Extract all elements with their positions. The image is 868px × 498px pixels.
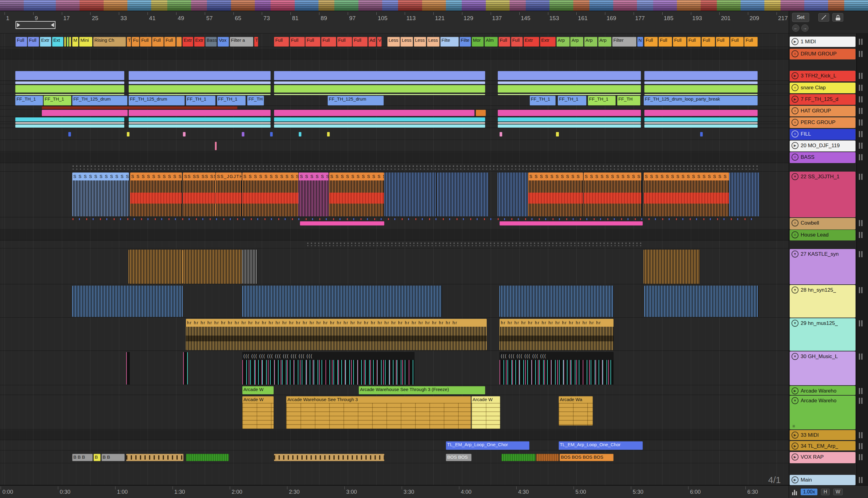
overview-segment[interactable]	[828, 0, 844, 11]
overview-segment[interactable]	[550, 0, 573, 11]
track-fold-icon[interactable]: ≡	[791, 220, 799, 226]
clip-midi1[interactable]: Filte	[460, 37, 471, 47]
clip-ff[interactable]: FF_TH_1	[558, 96, 586, 105]
clip-kick-sub[interactable]	[644, 81, 758, 84]
clip-midi1[interactable]: Full	[152, 37, 163, 47]
clip-midi1[interactable]: M	[72, 37, 79, 47]
clip-midi1[interactable]: Filter a	[230, 37, 253, 47]
clip-midi1[interactable]: Less	[427, 37, 439, 47]
track-fold-icon[interactable]: ▼	[791, 320, 799, 327]
draw-mode-icon[interactable]	[818, 13, 829, 22]
overview-segment[interactable]	[0, 0, 24, 11]
overview-segment[interactable]	[740, 0, 764, 11]
clip-midi1[interactable]: Full	[321, 37, 336, 47]
track-fold-icon[interactable]: ▶	[791, 38, 799, 45]
overview-segment[interactable]	[422, 0, 446, 11]
overview-segment[interactable]	[334, 0, 358, 11]
clip-kick-sub[interactable]	[15, 81, 124, 84]
clip-vox[interactable]	[501, 454, 536, 461]
track-header-cowbell[interactable]: ≡Cowbell	[790, 218, 855, 230]
clip-midi1[interactable]: Less	[400, 37, 413, 47]
overview-segment[interactable]	[780, 0, 804, 11]
overview-segment[interactable]	[573, 0, 589, 11]
clip-fill[interactable]	[270, 132, 273, 136]
unfold-icon[interactable]: ≡	[792, 423, 795, 429]
clip-hnsyn[interactable]	[72, 286, 183, 317]
clip-midi1[interactable]: Full	[164, 37, 175, 47]
clip-ss[interactable]: SS_JGJTH	[216, 172, 242, 217]
clip-perc-a[interactable]	[15, 117, 124, 122]
clip-midi1[interactable]: Filter	[612, 37, 636, 47]
loop-brace[interactable]	[15, 21, 55, 29]
overview-segment[interactable]	[24, 0, 56, 11]
track-header-house-lead[interactable]: ≡House Lead	[790, 230, 855, 240]
clip-midi1[interactable]: Full	[140, 37, 151, 47]
clip-vox[interactable]	[186, 454, 229, 461]
overview-segment[interactable]	[80, 0, 103, 11]
overview-segment[interactable]	[653, 0, 677, 11]
track-header-main[interactable]: ▶Main	[790, 475, 855, 485]
clip-midi1[interactable]: Full	[659, 37, 672, 47]
clip-kastle[interactable]	[644, 250, 700, 284]
clip-ss[interactable]: SS SS SS SS	[183, 172, 215, 217]
clip-arcade[interactable]: Arcade W	[242, 396, 274, 429]
lane-modjf[interactable]	[0, 141, 789, 152]
clip-midi1[interactable]	[176, 37, 182, 47]
clip-hnsyn[interactable]	[500, 286, 614, 317]
clip-perc-a[interactable]	[644, 117, 758, 122]
overview-segment[interactable]	[764, 0, 780, 11]
clip-fill[interactable]	[242, 132, 245, 136]
clip-ss[interactable]: S S S S S S S S S S S	[242, 172, 298, 217]
clip-gh[interactable]	[126, 352, 130, 385]
clip-tlem[interactable]: TL_EM_Arp_Loop_One_Chor	[446, 441, 529, 450]
clip-midi1[interactable]: N	[637, 37, 643, 47]
clip-vox[interactable]: B B	[102, 454, 124, 461]
track-fold-icon[interactable]: ▼	[791, 287, 799, 293]
track-header-33-midi[interactable]: ▶33 MIDI	[790, 430, 855, 440]
clip-perc-a[interactable]	[274, 117, 485, 122]
clip-midi1[interactable]	[64, 37, 66, 47]
clip-midi1[interactable]: Full	[701, 37, 715, 47]
clip-midi1[interactable]: Full	[28, 37, 39, 47]
clip-midi1[interactable]: Full	[511, 37, 523, 47]
clip-midi1[interactable]: Mini	[79, 37, 92, 47]
track-fold-icon[interactable]: ≡	[791, 119, 799, 126]
clip-kick[interactable]	[644, 71, 758, 80]
clip-kick[interactable]	[129, 71, 271, 80]
overview-segment[interactable]	[255, 0, 271, 11]
clip-arcade[interactable]: Arcade Wa	[558, 396, 593, 425]
track-fold-icon[interactable]: ≡	[791, 130, 799, 137]
clip-midi1[interactable]: T	[127, 37, 131, 47]
overview-segment[interactable]	[151, 0, 167, 11]
clip-kastle[interactable]	[242, 250, 257, 284]
track-fold-icon[interactable]: ≡	[791, 231, 799, 238]
clip-ff[interactable]: FF_TH_1	[530, 96, 556, 105]
clip-midi1[interactable]: Full	[274, 37, 289, 47]
clip-ss[interactable]	[729, 172, 759, 217]
overview-segment[interactable]	[104, 0, 128, 11]
clip-perc-a[interactable]	[129, 117, 271, 122]
lane-dash-a[interactable]	[0, 164, 789, 172]
clip-arcade-frz[interactable]: Arcade Warehouse See Through 3 (Freeze)	[359, 386, 485, 394]
clip-perc-b[interactable]	[15, 122, 124, 124]
clip-midi1[interactable]: Bass	[206, 37, 217, 47]
overview-segment[interactable]	[231, 0, 255, 11]
clip-perc-c[interactable]	[15, 124, 124, 128]
clip-fill[interactable]	[299, 132, 301, 136]
clip-midi1[interactable]: Full	[744, 37, 758, 47]
overview-segment[interactable]	[295, 0, 318, 11]
clip-arcade[interactable]: Arcade W	[472, 396, 500, 429]
overview-segment[interactable]	[128, 0, 151, 11]
clip-ss[interactable]: S S S S S S S S S S S S	[72, 172, 129, 217]
clip-snare[interactable]	[498, 85, 641, 93]
clip-midi1[interactable]: Full	[644, 37, 658, 47]
clip-hat[interactable]	[274, 110, 475, 116]
clip-midi1[interactable]: Arp	[598, 37, 611, 47]
clip-midi1[interactable]: Extr	[40, 37, 51, 47]
track-fold-icon[interactable]: ▶	[791, 476, 799, 483]
clip-vox[interactable]	[536, 454, 559, 461]
clip-fill[interactable]	[500, 132, 502, 136]
clip-snare[interactable]	[129, 85, 271, 93]
clip-midi1[interactable]: Full	[290, 37, 305, 47]
clip-midi1[interactable]: Full	[716, 37, 729, 47]
